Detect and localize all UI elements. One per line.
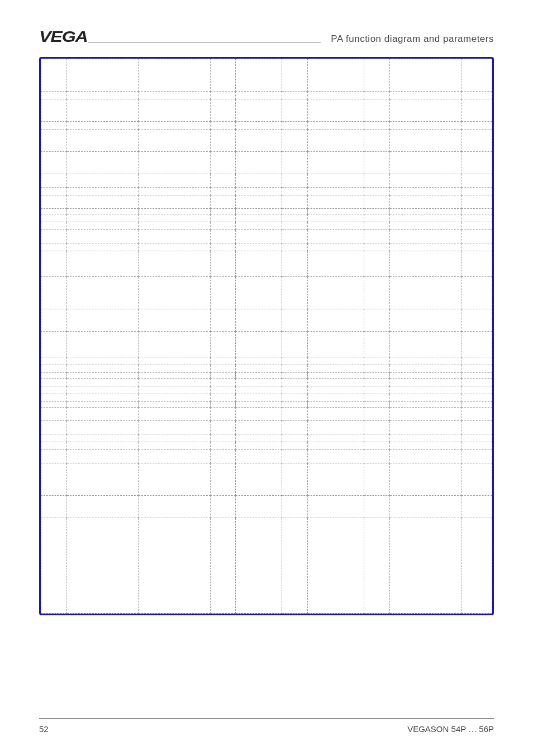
table-cell xyxy=(364,386,389,394)
table-cell xyxy=(66,463,138,496)
table-cell xyxy=(236,386,282,394)
table-cell xyxy=(139,402,210,408)
table-row xyxy=(41,408,492,421)
table-cell xyxy=(66,434,138,442)
table-cell xyxy=(236,357,282,365)
table-cell xyxy=(236,408,282,421)
table-cell xyxy=(389,309,461,332)
table-cell xyxy=(282,243,307,251)
table-row xyxy=(41,59,492,92)
table-cell xyxy=(210,442,236,450)
table-cell xyxy=(139,243,210,251)
table-cell xyxy=(210,188,236,195)
table-cell xyxy=(210,277,236,309)
table-cell xyxy=(210,518,236,614)
table-cell xyxy=(210,209,236,214)
table-row xyxy=(41,518,492,614)
table-cell xyxy=(236,99,282,122)
table-cell xyxy=(66,309,138,332)
table-cell xyxy=(307,277,364,309)
table-cell xyxy=(461,365,492,373)
table-cell xyxy=(210,402,236,408)
table-cell xyxy=(139,209,210,214)
table-cell xyxy=(461,463,492,496)
table-cell xyxy=(139,188,210,195)
table-cell xyxy=(389,386,461,394)
table-cell xyxy=(66,209,138,214)
table-cell xyxy=(282,122,307,130)
table-cell xyxy=(66,222,138,230)
table-cell xyxy=(461,230,492,243)
table-cell xyxy=(210,365,236,373)
table-cell xyxy=(282,222,307,230)
table-cell xyxy=(139,365,210,373)
table-row xyxy=(41,365,492,373)
table-cell xyxy=(364,379,389,386)
table-row xyxy=(41,251,492,277)
table-cell xyxy=(389,152,461,174)
table-cell xyxy=(41,277,67,309)
table-cell xyxy=(41,434,67,442)
table-cell xyxy=(461,209,492,214)
table-cell xyxy=(461,357,492,365)
table-row xyxy=(41,379,492,386)
table-cell xyxy=(41,379,67,386)
table-cell xyxy=(282,421,307,434)
table-cell xyxy=(236,463,282,496)
table-cell xyxy=(210,379,236,386)
table-cell xyxy=(210,357,236,365)
table-cell xyxy=(139,496,210,518)
table-cell xyxy=(41,195,67,209)
table-cell xyxy=(139,122,210,130)
table-cell xyxy=(236,174,282,188)
table-cell xyxy=(282,518,307,614)
table-cell xyxy=(66,402,138,408)
table-cell xyxy=(389,518,461,614)
table-row xyxy=(41,373,492,379)
table-cell xyxy=(66,188,138,195)
table-row xyxy=(41,99,492,122)
brand-logo: VEGA xyxy=(39,28,88,46)
table-cell xyxy=(364,365,389,373)
table-cell xyxy=(307,357,364,365)
table-row xyxy=(41,434,492,442)
table-cell xyxy=(282,402,307,408)
table-cell xyxy=(66,386,138,394)
table-cell xyxy=(307,122,364,130)
table-cell xyxy=(66,59,138,92)
table-cell xyxy=(41,408,67,421)
table-cell xyxy=(139,394,210,402)
table-cell xyxy=(66,379,138,386)
table-cell xyxy=(139,434,210,442)
table-cell xyxy=(461,277,492,309)
table-cell xyxy=(307,251,364,277)
table-cell xyxy=(282,174,307,188)
table-row xyxy=(41,152,492,174)
table-cell xyxy=(66,357,138,365)
table-cell xyxy=(210,222,236,230)
table-cell xyxy=(41,309,67,332)
table-row xyxy=(41,209,492,214)
table-cell xyxy=(41,152,67,174)
table-cell xyxy=(210,230,236,243)
table-cell xyxy=(307,518,364,614)
table-row xyxy=(41,309,492,332)
table-cell xyxy=(210,332,236,357)
table-cell xyxy=(307,230,364,243)
table-cell xyxy=(364,188,389,195)
table-row xyxy=(41,174,492,188)
table-cell xyxy=(461,309,492,332)
table-cell xyxy=(364,230,389,243)
table-row xyxy=(41,402,492,408)
table-cell xyxy=(389,188,461,195)
table-cell xyxy=(364,222,389,230)
table-cell xyxy=(41,174,67,188)
table-cell xyxy=(66,152,138,174)
table-row xyxy=(41,450,492,463)
table-cell xyxy=(364,152,389,174)
table-cell xyxy=(307,379,364,386)
table-cell xyxy=(282,59,307,92)
table-cell xyxy=(236,421,282,434)
table-cell xyxy=(307,92,364,99)
table-cell xyxy=(461,518,492,614)
